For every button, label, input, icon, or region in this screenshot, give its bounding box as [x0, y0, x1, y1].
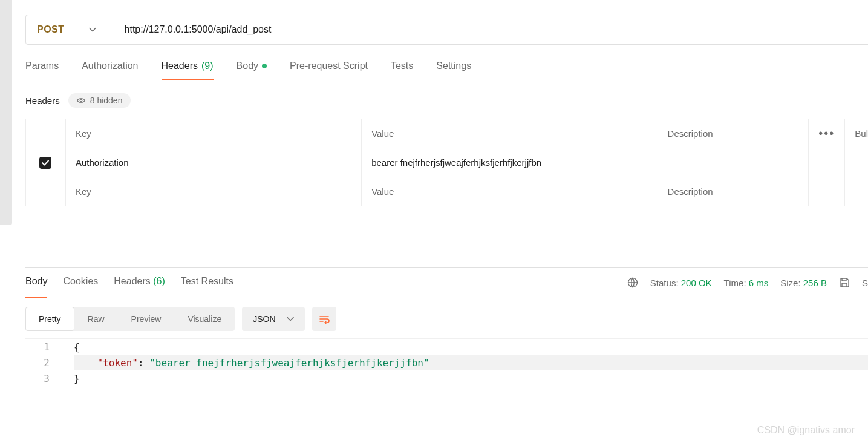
- rtab-headers-label: Headers: [114, 276, 150, 286]
- tab-settings[interactable]: Settings: [436, 61, 471, 80]
- table-row-new[interactable]: Key Value Description: [26, 177, 869, 206]
- new-desc-input[interactable]: Description: [658, 177, 809, 206]
- format-label: JSON: [253, 314, 275, 324]
- more-options-icon[interactable]: •••: [818, 126, 835, 140]
- view-visualize[interactable]: Visualize: [174, 307, 235, 331]
- headers-table: Key Value Description ••• Bul Authorizat…: [25, 119, 868, 206]
- view-mode-segment: Pretty Raw Preview Visualize: [25, 307, 235, 331]
- tab-headers[interactable]: Headers (9): [162, 61, 214, 80]
- code-token: "bearer fnejfrherjsfjweajferhjksfjerhfjk…: [149, 357, 429, 369]
- request-bar: POST: [25, 15, 868, 45]
- time-value: 6 ms: [749, 278, 769, 288]
- response-body[interactable]: 1 { 2 "token" : "bearer fnejfrherjsfjwea…: [25, 338, 868, 386]
- tab-params[interactable]: Params: [25, 61, 59, 80]
- header-value-cell[interactable]: bearer fnejfrherjsfjweajferhjksfjerhfjke…: [362, 148, 658, 177]
- chevron-down-icon: [89, 26, 96, 33]
- tab-authorization[interactable]: Authorization: [82, 61, 138, 80]
- response-viewbar: Pretty Raw Preview Visualize JSON: [25, 307, 868, 331]
- save-extra: S: [862, 278, 868, 288]
- line-number: 3: [25, 373, 62, 384]
- rtab-cookies[interactable]: Cookies: [63, 276, 98, 289]
- check-icon: [41, 159, 50, 167]
- request-tabs: Params Authorization Headers (9) Body Pr…: [25, 61, 868, 80]
- headers-section-row: Headers 8 hidden: [25, 93, 868, 108]
- view-preview[interactable]: Preview: [118, 307, 175, 331]
- col-value: Value: [362, 119, 658, 148]
- response-tabs: Body Cookies Headers (6) Test Results St…: [25, 268, 868, 297]
- line-number: 1: [25, 341, 62, 353]
- rtab-test-results[interactable]: Test Results: [181, 276, 233, 289]
- tab-body[interactable]: Body: [237, 61, 267, 80]
- watermark: CSDN @ignativs amor: [757, 425, 855, 436]
- row-checkbox[interactable]: [39, 157, 51, 169]
- http-method-dropdown[interactable]: POST: [26, 15, 111, 44]
- format-dropdown[interactable]: JSON: [242, 307, 304, 331]
- view-raw[interactable]: Raw: [74, 307, 118, 331]
- tab-prerequest[interactable]: Pre-request Script: [290, 61, 368, 80]
- col-description: Description: [658, 119, 809, 148]
- http-method-label: POST: [37, 24, 65, 35]
- left-scrollbar[interactable]: [0, 0, 12, 225]
- bulk-edit-link[interactable]: Bul: [845, 119, 868, 148]
- chevron-down-icon: [287, 315, 294, 323]
- new-key-input[interactable]: Key: [65, 177, 361, 206]
- view-pretty[interactable]: Pretty: [25, 307, 74, 331]
- header-key-cell[interactable]: Authorization: [65, 148, 361, 177]
- code-token: "token": [97, 357, 138, 369]
- code-token: {: [74, 341, 80, 353]
- code-token: [74, 357, 97, 369]
- eye-icon: [77, 96, 85, 105]
- globe-icon[interactable]: [627, 277, 638, 288]
- size-label: Size:: [780, 278, 800, 288]
- code-token: }: [74, 373, 80, 384]
- col-key: Key: [65, 119, 361, 148]
- save-icon[interactable]: [839, 277, 850, 288]
- wrap-icon: [318, 313, 330, 325]
- tab-tests[interactable]: Tests: [391, 61, 413, 80]
- status-label: Status:: [650, 278, 679, 288]
- table-header-row: Key Value Description ••• Bul: [26, 119, 869, 148]
- tab-body-label: Body: [237, 61, 258, 71]
- rtab-headers[interactable]: Headers (6): [114, 276, 165, 289]
- status-value: 200 OK: [681, 278, 712, 288]
- table-row[interactable]: Authorization bearer fnejfrherjsfjweajfe…: [26, 148, 869, 177]
- headers-title: Headers: [25, 96, 60, 106]
- hidden-headers-toggle[interactable]: 8 hidden: [68, 93, 131, 108]
- time-label: Time:: [724, 278, 746, 288]
- line-number: 2: [25, 357, 62, 369]
- hidden-headers-label: 8 hidden: [90, 96, 123, 105]
- rtab-headers-count: (6): [153, 276, 165, 286]
- wrap-lines-button[interactable]: [312, 307, 336, 331]
- code-token: :: [138, 357, 149, 369]
- rtab-body[interactable]: Body: [25, 276, 47, 289]
- svg-point-0: [80, 99, 82, 102]
- tab-headers-label: Headers: [162, 61, 198, 71]
- header-desc-cell[interactable]: [658, 148, 809, 177]
- tab-headers-count: (9): [201, 61, 214, 71]
- response-panel: Body Cookies Headers (6) Test Results St…: [25, 267, 868, 386]
- url-input[interactable]: [111, 15, 868, 44]
- response-meta: Status: 200 OK Time: 6 ms Size: 256 B S: [627, 277, 868, 288]
- new-value-input[interactable]: Value: [362, 177, 658, 206]
- size-value: 256 B: [803, 278, 827, 288]
- unsaved-dot-icon: [262, 64, 267, 68]
